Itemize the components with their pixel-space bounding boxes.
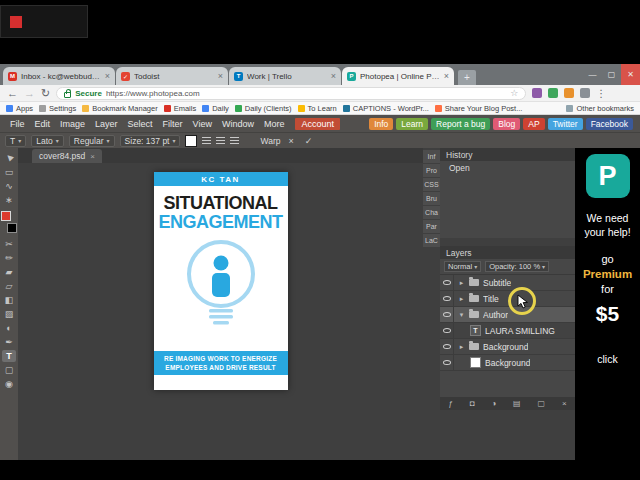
tab-properties[interactable]: Pro xyxy=(423,164,440,177)
tab-close-icon[interactable]: × xyxy=(105,71,110,81)
layers-panel-header[interactable]: Layers xyxy=(440,246,575,259)
browser-menu-icon[interactable]: ⋮ xyxy=(596,88,606,99)
blend-mode-select[interactable]: Normal▾ xyxy=(444,261,481,272)
shape-tool[interactable]: ▢ xyxy=(2,364,16,376)
tab-css[interactable]: CSS xyxy=(423,178,440,191)
opacity-select[interactable]: Opacity: 100 %▾ xyxy=(485,261,549,272)
menu-window[interactable]: Window xyxy=(217,119,259,129)
browser-tab-photopea-active[interactable]: P Photopea | Online Photo... × xyxy=(342,67,454,85)
menu-image[interactable]: Image xyxy=(55,119,90,129)
align-center-icon[interactable] xyxy=(216,137,225,144)
magic-wand-tool[interactable]: ∗ xyxy=(2,194,16,206)
layer-row-background[interactable]: Background xyxy=(440,355,575,371)
eyedropper-tool[interactable]: ✏ xyxy=(2,252,16,264)
menu-view[interactable]: View xyxy=(188,119,217,129)
promo-click-label[interactable]: click xyxy=(597,353,617,367)
bookmark-daily[interactable]: Daily xyxy=(202,104,229,113)
adjustment-layer-icon[interactable]: ◑ xyxy=(491,399,496,408)
tab-close-icon[interactable]: × xyxy=(331,71,336,81)
visibility-toggle[interactable] xyxy=(440,291,454,306)
new-tab-button[interactable]: + xyxy=(458,70,476,85)
report-bug-button[interactable]: Report a bug xyxy=(431,118,490,130)
align-left-icon[interactable] xyxy=(202,137,211,144)
bookmark-share-post[interactable]: Share Your Blog Post... xyxy=(435,104,523,113)
collapse-arrow-icon[interactable]: ▾ xyxy=(458,311,465,319)
background-color-swatch[interactable] xyxy=(7,223,17,233)
crop-tool[interactable]: ✂ xyxy=(2,238,16,250)
move-tool[interactable]: ▶ xyxy=(0,149,18,167)
document-tab[interactable]: cover84.psd × xyxy=(32,149,102,163)
menu-select[interactable]: Select xyxy=(123,119,158,129)
browser-tab-gmail[interactable]: M Inbox - kc@webbuddy... × xyxy=(3,67,115,85)
menu-layer[interactable]: Layer xyxy=(90,119,123,129)
commit-edit-icon[interactable]: ✓ xyxy=(302,136,316,146)
layer-row-subtitle[interactable]: ▸ Subtitle xyxy=(440,275,575,291)
layer-row-background-group[interactable]: ▸ Background xyxy=(440,339,575,355)
align-right-icon[interactable] xyxy=(230,137,239,144)
layer-effects-icon[interactable]: ƒ xyxy=(448,399,452,408)
color-swatches[interactable] xyxy=(1,211,17,233)
text-color-swatch[interactable] xyxy=(185,135,197,147)
account-button[interactable]: Account xyxy=(295,118,340,130)
brush-tool[interactable]: ▰ xyxy=(2,266,16,278)
close-document-icon[interactable]: × xyxy=(90,152,95,161)
clone-stamp-tool[interactable]: ▱ xyxy=(2,280,16,292)
layer-row-laura-smilling[interactable]: T LAURA SMILLING xyxy=(440,323,575,339)
tab-brush[interactable]: Bru xyxy=(423,192,440,205)
menu-edit[interactable]: Edit xyxy=(30,119,56,129)
bookmark-emails[interactable]: Emails xyxy=(164,104,197,113)
extension-icon[interactable] xyxy=(580,88,590,98)
url-input[interactable]: Secure https://www.photopea.com ☆ xyxy=(56,87,526,100)
premium-link[interactable]: Premium xyxy=(583,267,632,282)
layer-row-author[interactable]: ▾ Author xyxy=(440,307,575,323)
other-bookmarks[interactable]: Other bookmarks xyxy=(566,104,634,113)
foreground-color-swatch[interactable] xyxy=(1,211,11,221)
extension-icon[interactable] xyxy=(564,88,574,98)
back-icon[interactable]: ← xyxy=(7,88,18,99)
bookmark-daily-clients[interactable]: Daily (Clients) xyxy=(235,104,292,113)
tab-info[interactable]: Inf xyxy=(423,150,440,163)
window-minimize-button[interactable]: — xyxy=(583,64,602,85)
type-tool[interactable]: T xyxy=(2,350,16,362)
eraser-tool[interactable]: ◧ xyxy=(2,294,16,306)
gradient-tool[interactable]: ▨ xyxy=(2,308,16,320)
expand-arrow-icon[interactable]: ▸ xyxy=(458,279,465,287)
bookmark-manager[interactable]: Bookmark Manager xyxy=(82,104,157,113)
history-step-open[interactable]: Open xyxy=(440,161,575,174)
facebook-button[interactable]: Facebook xyxy=(586,118,633,130)
tab-close-icon[interactable]: × xyxy=(444,71,449,81)
tab-close-icon[interactable]: × xyxy=(218,71,223,81)
menu-filter[interactable]: Filter xyxy=(158,119,188,129)
font-family-select[interactable]: Lato▾ xyxy=(31,135,64,147)
extension-icon[interactable] xyxy=(548,88,558,98)
visibility-toggle[interactable] xyxy=(440,339,454,354)
blur-tool[interactable]: ◐ xyxy=(2,322,16,334)
visibility-toggle[interactable] xyxy=(440,355,454,370)
history-panel-header[interactable]: History xyxy=(440,148,575,161)
info-button[interactable]: Info xyxy=(369,118,393,130)
tab-layer-comps[interactable]: LaC xyxy=(423,234,440,247)
pen-tool[interactable]: ✒ xyxy=(2,336,16,348)
visibility-toggle[interactable] xyxy=(440,275,454,290)
delete-layer-icon[interactable]: × xyxy=(562,399,567,408)
warp-text-button[interactable]: Warp xyxy=(260,136,280,146)
learn-button[interactable]: Learn xyxy=(396,118,428,130)
expand-arrow-icon[interactable]: ▸ xyxy=(458,343,465,351)
browser-tab-trello[interactable]: T Work | Trello × xyxy=(229,67,341,85)
visibility-toggle[interactable] xyxy=(440,307,454,322)
marquee-tool[interactable]: ▭ xyxy=(2,166,16,178)
lasso-tool[interactable]: ∿ xyxy=(2,180,16,192)
expand-arrow-icon[interactable]: ▸ xyxy=(458,295,465,303)
bookmark-to-learn[interactable]: To Learn xyxy=(298,104,337,113)
bookmark-settings[interactable]: Settings xyxy=(39,104,76,113)
visibility-toggle[interactable] xyxy=(440,323,454,338)
bookmark-apps[interactable]: Apps xyxy=(6,104,33,113)
refresh-icon[interactable]: ↻ xyxy=(41,88,50,99)
window-close-button[interactable]: ✕ xyxy=(621,64,640,85)
bookmark-star-icon[interactable]: ☆ xyxy=(510,88,518,98)
font-size-select[interactable]: Size: 137 pt▾ xyxy=(120,135,181,147)
cancel-edit-icon[interactable]: × xyxy=(285,136,296,146)
new-layer-icon[interactable]: ▢ xyxy=(538,399,546,408)
blog-button[interactable]: Blog xyxy=(493,118,520,130)
menu-more[interactable]: More xyxy=(259,119,290,129)
